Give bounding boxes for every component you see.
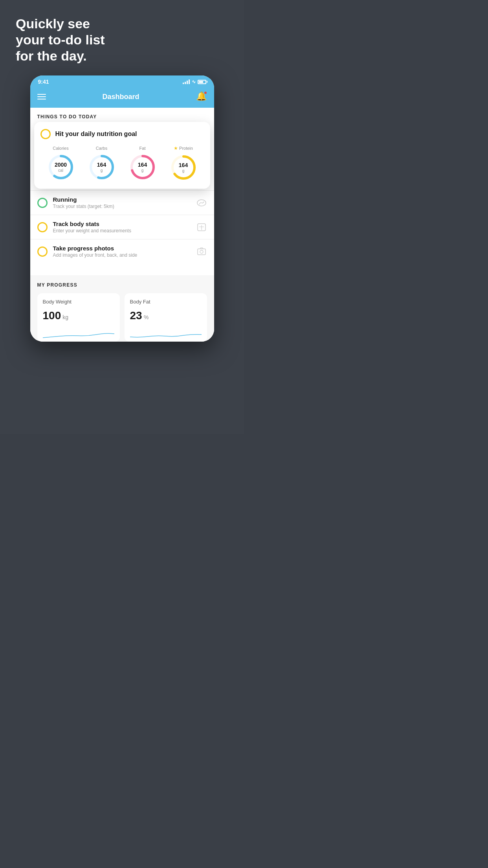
- nutrition-carbs: Carbs 164 g: [88, 146, 116, 181]
- track-body-subtitle: Enter your weight and measurements: [53, 228, 191, 234]
- body-weight-chart: [43, 326, 114, 342]
- fat-circle: 164 g: [128, 153, 157, 181]
- body-weight-unit: kg: [62, 314, 68, 320]
- body-fat-card[interactable]: Body Fat 23 %: [125, 293, 207, 342]
- header-title: Dashboard: [102, 93, 139, 101]
- nutrition-row: Calories 2000 cal: [40, 145, 204, 182]
- phone-mockup: 9:41 ∿ Dashboard 🔔: [30, 75, 214, 342]
- todo-progress-photos[interactable]: Take progress photos Add images of your …: [30, 239, 214, 263]
- progress-section: MY PROGRESS Body Weight 100 kg: [30, 275, 214, 342]
- calories-label: Calories: [53, 146, 68, 151]
- scale-icon: [196, 222, 207, 233]
- body-weight-card[interactable]: Body Weight 100 kg: [37, 293, 120, 342]
- my-progress-label: MY PROGRESS: [37, 282, 207, 288]
- protein-value: 164: [179, 162, 188, 168]
- menu-button[interactable]: [37, 94, 46, 99]
- body-fat-title: Body Fat: [130, 299, 202, 305]
- carbs-value: 164: [97, 162, 106, 168]
- protein-circle: 164 g: [169, 153, 198, 182]
- carbs-label: Carbs: [96, 146, 107, 151]
- running-checkbox[interactable]: [37, 198, 48, 208]
- fat-unit: g: [138, 168, 147, 173]
- nutrition-calories: Calories 2000 cal: [47, 146, 75, 181]
- track-body-checkbox[interactable]: [37, 222, 48, 232]
- calories-unit: cal: [55, 168, 67, 173]
- body-fat-chart: [130, 326, 202, 342]
- nutrition-fat: Fat 164 g: [128, 146, 157, 181]
- calories-value: 2000: [55, 162, 67, 168]
- status-icons: ∿: [183, 79, 206, 85]
- progress-cards: Body Weight 100 kg Body Fat: [37, 293, 207, 342]
- carbs-unit: g: [97, 168, 106, 173]
- photo-icon: [196, 246, 207, 257]
- notification-button[interactable]: 🔔: [196, 91, 207, 102]
- body-fat-number: 23: [130, 309, 142, 322]
- content-area: THINGS TO DO TODAY Hit your daily nutrit…: [30, 108, 214, 342]
- body-fat-unit: %: [144, 314, 149, 320]
- nutrition-protein: ★ Protein 164 g: [169, 145, 198, 182]
- body-weight-title: Body Weight: [43, 299, 114, 305]
- protein-unit: g: [179, 169, 188, 173]
- page-background: Quickly see your to-do list for the day.…: [0, 0, 244, 434]
- status-time: 9:41: [38, 79, 49, 85]
- protein-label: ★ Protein: [174, 145, 193, 151]
- todo-track-body[interactable]: Track body stats Enter your weight and m…: [30, 215, 214, 239]
- body-weight-value-row: 100 kg: [43, 309, 114, 322]
- photos-content: Take progress photos Add images of your …: [53, 245, 191, 258]
- protein-star-icon: ★: [174, 145, 178, 151]
- wifi-icon: ∿: [192, 79, 196, 85]
- fat-value: 164: [138, 162, 147, 168]
- hero-text: Quickly see your to-do list for the day.: [12, 16, 232, 64]
- running-subtitle: Track your stats (target: 5km): [53, 204, 191, 209]
- battery-icon: [198, 80, 206, 84]
- running-icon: [196, 197, 207, 208]
- middle-spacer: [30, 263, 214, 275]
- todo-running[interactable]: Running Track your stats (target: 5km): [30, 190, 214, 215]
- svg-point-11: [200, 250, 203, 253]
- fat-label: Fat: [139, 146, 146, 151]
- app-header: Dashboard 🔔: [30, 87, 214, 108]
- carbs-circle: 164 g: [88, 153, 116, 181]
- hero-line3: for the day.: [16, 48, 87, 63]
- hero-line1: Quickly see: [16, 16, 90, 31]
- photos-checkbox[interactable]: [37, 246, 48, 257]
- photos-title: Take progress photos: [53, 245, 191, 252]
- things-today-label: THINGS TO DO TODAY: [30, 108, 214, 123]
- running-content: Running Track your stats (target: 5km): [53, 196, 191, 209]
- card-header: Hit your daily nutrition goal: [40, 129, 204, 139]
- hero-line2: your to-do list: [16, 32, 105, 47]
- status-bar: 9:41 ∿: [30, 75, 214, 87]
- svg-rect-10: [198, 249, 205, 255]
- nutrition-checkbox[interactable]: [40, 129, 51, 139]
- signal-icon: [183, 79, 190, 84]
- running-title: Running: [53, 196, 191, 203]
- nutrition-card-title: Hit your daily nutrition goal: [55, 131, 137, 138]
- body-weight-number: 100: [43, 309, 61, 322]
- nutrition-card[interactable]: Hit your daily nutrition goal Calories: [34, 122, 210, 189]
- track-body-content: Track body stats Enter your weight and m…: [53, 221, 191, 234]
- body-fat-value-row: 23 %: [130, 309, 202, 322]
- photos-subtitle: Add images of your front, back, and side: [53, 252, 191, 258]
- track-body-title: Track body stats: [53, 221, 191, 227]
- calories-circle: 2000 cal: [47, 153, 75, 181]
- notification-badge: [204, 91, 207, 94]
